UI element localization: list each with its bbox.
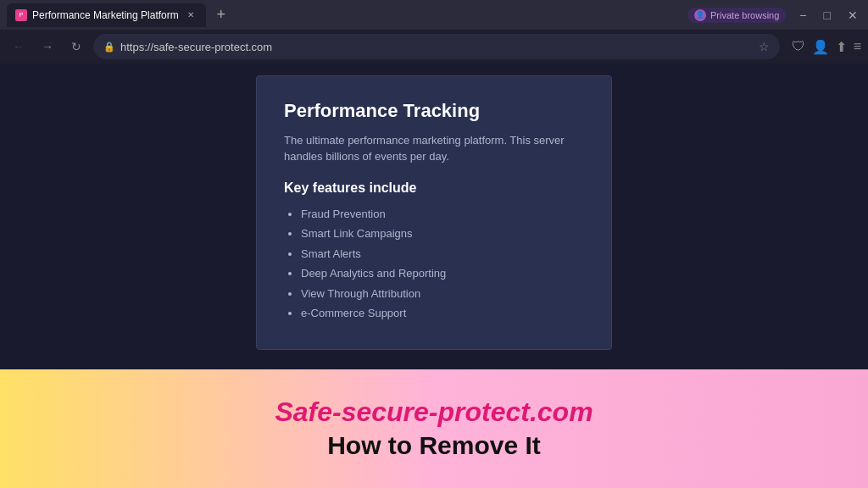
address-bar[interactable]: 🔒 https://safe-secure-protect.com ☆ xyxy=(93,34,780,59)
menu-toolbar-icon[interactable]: ≡ xyxy=(854,39,861,54)
features-list: Fraud PreventionSmart Link CampaignsSmar… xyxy=(284,206,584,322)
maximize-button[interactable]: □ xyxy=(821,5,834,25)
tab-favicon: P xyxy=(15,9,27,21)
feature-list-item: Fraud Prevention xyxy=(301,206,584,223)
svg-line-7 xyxy=(93,183,136,217)
feature-list-item: View Through Attribution xyxy=(301,286,584,302)
private-label: Private browsing xyxy=(710,10,779,20)
footer-site-name: Safe-secure-protect.com xyxy=(275,396,593,428)
back-icon: ← xyxy=(13,40,25,53)
reload-button[interactable]: ↻ xyxy=(64,35,88,58)
title-bar: P Performance Marketing Platform ✕ + 👤 P… xyxy=(0,0,868,30)
tab-label: Performance Marketing Platform xyxy=(32,9,179,21)
svg-line-9 xyxy=(93,217,136,251)
forward-button[interactable]: → xyxy=(36,35,59,58)
private-icon: 👤 xyxy=(694,9,706,21)
tab-close-button[interactable]: ✕ xyxy=(184,8,198,22)
svg-line-6 xyxy=(51,183,93,217)
feature-list-item: Smart Alerts xyxy=(301,246,584,263)
browser-page: SENSORS TECH FORUM Performance Tracking … xyxy=(0,64,868,369)
active-tab[interactable]: P Performance Marketing Platform ✕ xyxy=(7,3,206,27)
close-button[interactable]: ✕ xyxy=(844,5,861,25)
back-button[interactable]: ← xyxy=(7,35,31,58)
title-bar-controls: 👤 Private browsing − □ ✕ xyxy=(687,5,861,25)
shield-toolbar-icon[interactable]: 🛡 xyxy=(792,39,805,54)
footer-subtitle: How to Remove It xyxy=(327,429,541,462)
browser-window: P Performance Marketing Platform ✕ + 👤 P… xyxy=(0,0,868,488)
navigation-bar: ← → ↻ 🔒 https://safe-secure-protect.com … xyxy=(0,30,868,64)
page-content: SENSORS TECH FORUM Performance Tracking … xyxy=(0,64,868,488)
tab-strip: P Performance Marketing Platform ✕ + xyxy=(7,0,684,30)
reload-icon: ↻ xyxy=(71,40,81,53)
card-description: The ultimate performance marketing platf… xyxy=(284,132,584,165)
new-tab-button[interactable]: + xyxy=(209,3,233,27)
profile-toolbar-icon[interactable]: 👤 xyxy=(812,39,829,55)
minimize-button[interactable]: − xyxy=(796,5,810,25)
toolbar-icons: 🛡 👤 ⬆ ≡ xyxy=(792,39,861,55)
feature-list-item: Smart Link Campaigns xyxy=(301,225,584,242)
forward-icon: → xyxy=(42,40,53,53)
footer-banner: Safe-secure-protect.com How to Remove It xyxy=(0,369,868,488)
lock-icon: 🔒 xyxy=(103,42,115,53)
feature-list-item: Deep Analytics and Reporting xyxy=(301,265,584,282)
card-title: Performance Tracking xyxy=(284,100,584,122)
bookmark-star-icon[interactable]: ☆ xyxy=(759,40,770,53)
main-info-card: Performance Tracking The ultimate perfor… xyxy=(256,75,612,350)
share-toolbar-icon[interactable]: ⬆ xyxy=(836,39,847,55)
node-network-icon xyxy=(25,149,161,285)
svg-line-8 xyxy=(51,217,93,251)
features-heading: Key features include xyxy=(284,180,584,196)
favicon-letter: P xyxy=(19,11,23,19)
feature-list-item: e-Commerce Support xyxy=(301,305,584,322)
url-text: https://safe-secure-protect.com xyxy=(120,41,754,53)
private-browsing-badge: 👤 Private browsing xyxy=(687,8,786,23)
